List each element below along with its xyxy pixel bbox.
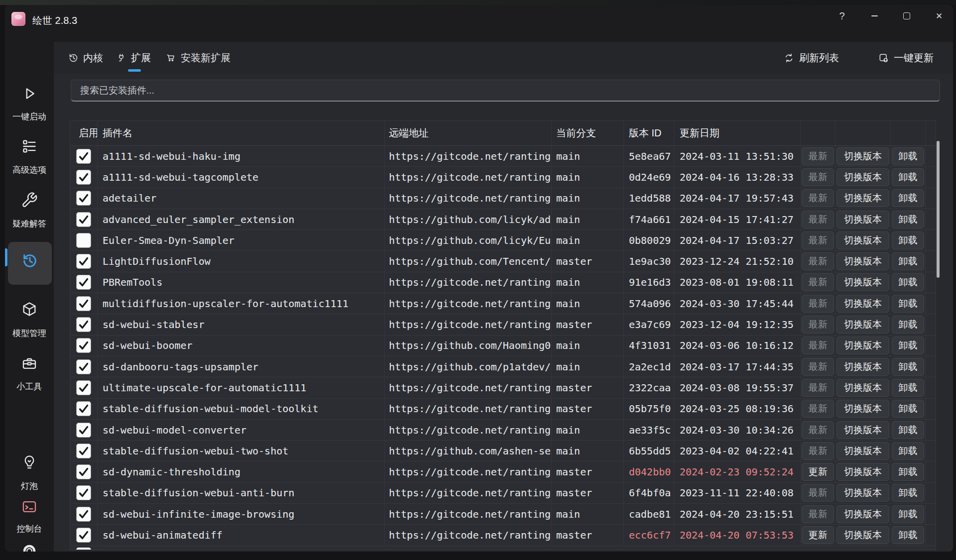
plugin-enabled-checkbox[interactable] [76, 275, 91, 290]
plugin-enabled-checkbox[interactable] [76, 254, 91, 269]
uninstall-button[interactable]: 卸载 [892, 463, 924, 481]
latest-button[interactable]: 最新 [802, 273, 834, 291]
close-button[interactable]: ✕ [928, 6, 951, 26]
uninstall-button[interactable]: 卸载 [892, 252, 924, 270]
uninstall-button[interactable]: 卸载 [892, 400, 924, 418]
maximize-button[interactable] [895, 6, 918, 26]
gear-icon[interactable] [21, 543, 38, 552]
switch-version-button[interactable]: 切换版本 [836, 505, 889, 523]
options-list-icon[interactable] [21, 138, 38, 155]
scrollbar-thumb[interactable] [937, 141, 940, 278]
plugin-enabled-checkbox[interactable] [76, 380, 91, 395]
sidebar-item-models[interactable]: 模型管理 [5, 328, 54, 339]
switch-version-button[interactable]: 切换版本 [836, 273, 889, 291]
switch-version-button[interactable]: 切换版本 [836, 421, 889, 439]
plugin-enabled-checkbox[interactable] [76, 528, 91, 543]
sidebar-item-console[interactable]: 控制台 [5, 523, 54, 535]
switch-version-button[interactable]: 切换版本 [836, 463, 889, 481]
latest-button[interactable]: 最新 [802, 316, 834, 334]
uninstall-button[interactable]: 卸载 [892, 147, 924, 165]
switch-version-button[interactable]: 切换版本 [836, 336, 889, 354]
latest-button[interactable]: 最新 [802, 147, 834, 165]
plugin-enabled-checkbox[interactable] [76, 464, 91, 479]
latest-button[interactable]: 最新 [802, 358, 834, 376]
plugin-enabled-checkbox[interactable] [76, 149, 91, 164]
update-button[interactable]: 更新 [802, 463, 834, 481]
plugin-enabled-checkbox[interactable] [76, 548, 91, 550]
sidebar-item-bulb[interactable]: 灯泡 [5, 480, 54, 492]
uninstall-button[interactable]: 卸载 [892, 316, 924, 334]
update-all-button[interactable]: 一键更新 [878, 42, 934, 74]
switch-version-button[interactable]: 切换版本 [836, 211, 889, 228]
latest-button[interactable]: 最新 [802, 421, 834, 439]
sidebar-item-launch[interactable]: 一键启动 [5, 111, 54, 122]
uninstall-button[interactable]: 卸载 [892, 168, 924, 186]
tab-kernel[interactable]: 内核 [68, 42, 103, 74]
uninstall-button[interactable]: 卸载 [892, 295, 924, 313]
latest-button[interactable]: 最新 [802, 231, 834, 249]
sidebar-item-version-manager[interactable] [8, 242, 52, 285]
sidebar-item-toolbox[interactable]: 小工具 [5, 381, 54, 392]
search-input[interactable] [71, 80, 940, 102]
latest-button[interactable]: 最新 [802, 442, 834, 460]
latest-button[interactable]: 最新 [802, 168, 834, 186]
plugin-enabled-checkbox[interactable] [76, 317, 91, 332]
wrench-icon[interactable] [21, 192, 38, 209]
uninstall-button[interactable]: 卸载 [892, 526, 924, 544]
latest-button[interactable]: 最新 [802, 211, 834, 228]
latest-button[interactable]: 最新 [802, 400, 834, 418]
plugin-enabled-checkbox[interactable] [76, 444, 91, 458]
help-button[interactable]: ? [831, 6, 853, 26]
switch-version-button[interactable]: 切换版本 [836, 231, 889, 249]
switch-version-button[interactable]: 切换版本 [836, 252, 889, 270]
plugin-enabled-checkbox[interactable] [76, 338, 91, 353]
uninstall-button[interactable]: 卸载 [892, 273, 924, 291]
switch-version-button[interactable]: 切换版本 [836, 484, 889, 502]
uninstall-button[interactable]: 卸载 [892, 505, 924, 523]
latest-button[interactable]: 最新 [802, 505, 834, 523]
latest-button[interactable]: 最新 [802, 252, 834, 270]
switch-version-button[interactable]: 切换版本 [836, 379, 889, 397]
plugin-enabled-checkbox[interactable] [76, 359, 91, 374]
uninstall-button[interactable]: 卸载 [892, 336, 924, 354]
package-icon[interactable] [21, 301, 38, 318]
switch-version-button[interactable]: 切换版本 [836, 295, 889, 313]
uninstall-button[interactable]: 卸载 [892, 442, 924, 460]
plugin-enabled-checkbox[interactable] [76, 233, 91, 248]
switch-version-button[interactable]: 切换版本 [836, 400, 889, 418]
latest-button[interactable]: 最新 [802, 336, 834, 354]
latest-button[interactable]: 最新 [802, 379, 834, 397]
plugin-enabled-checkbox[interactable] [76, 485, 91, 500]
toolbox-icon[interactable] [21, 355, 38, 372]
uninstall-button[interactable]: 卸载 [892, 421, 924, 439]
bulb-icon[interactable] [21, 454, 38, 471]
tab-install-new[interactable]: 安装新扩展 [166, 42, 231, 74]
sidebar-item-troubleshoot[interactable]: 疑难解答 [5, 218, 54, 229]
switch-version-button[interactable]: 切换版本 [836, 442, 889, 460]
update-button[interactable]: 更新 [802, 526, 834, 544]
plugin-enabled-checkbox[interactable] [76, 212, 91, 227]
latest-button[interactable]: 最新 [802, 295, 834, 313]
switch-version-button[interactable]: 切换版本 [836, 189, 889, 207]
minimize-button[interactable] [863, 6, 886, 26]
refresh-list-button[interactable]: 刷新列表 [784, 42, 839, 74]
plugin-enabled-checkbox[interactable] [76, 423, 91, 438]
uninstall-button[interactable]: 卸载 [892, 484, 924, 502]
uninstall-button[interactable]: 卸载 [892, 189, 924, 207]
uninstall-button[interactable]: 卸载 [892, 211, 924, 228]
sidebar-item-advanced[interactable]: 高级选项 [5, 164, 54, 176]
uninstall-button[interactable]: 卸载 [892, 231, 924, 249]
plugin-enabled-checkbox[interactable] [76, 401, 91, 416]
plugin-enabled-checkbox[interactable] [76, 507, 91, 522]
switch-version-button[interactable]: 切换版本 [836, 316, 889, 334]
uninstall-button[interactable]: 卸载 [892, 358, 924, 376]
play-icon[interactable] [21, 85, 38, 102]
latest-button[interactable]: 最新 [802, 484, 834, 502]
plugin-enabled-checkbox[interactable] [76, 170, 91, 185]
switch-version-button[interactable]: 切换版本 [836, 358, 889, 376]
terminal-icon[interactable] [21, 498, 38, 515]
plugin-enabled-checkbox[interactable] [76, 296, 91, 311]
plugin-enabled-checkbox[interactable] [76, 191, 91, 206]
switch-version-button[interactable]: 切换版本 [836, 147, 889, 165]
latest-button[interactable]: 最新 [802, 189, 834, 207]
